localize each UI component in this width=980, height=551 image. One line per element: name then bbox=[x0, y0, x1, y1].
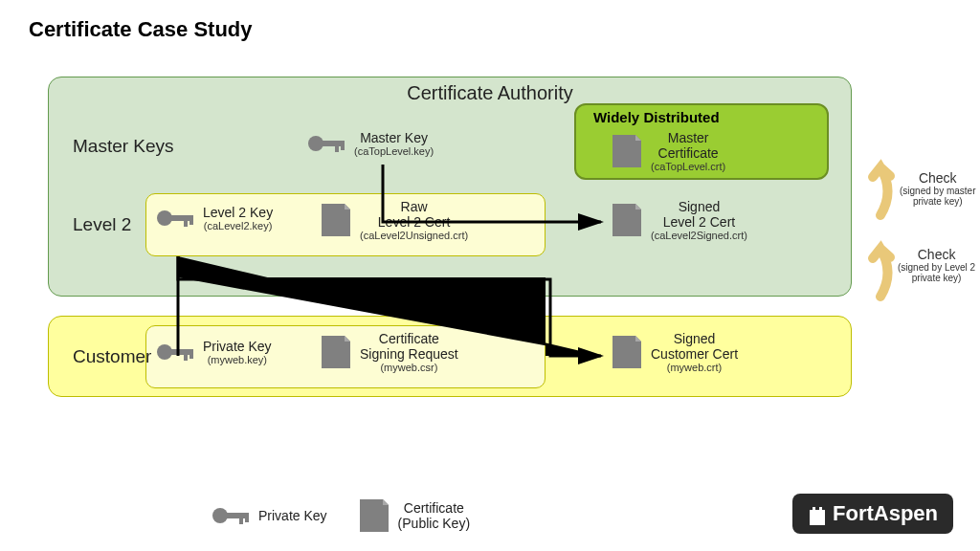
cust-priv-name: Private Key bbox=[203, 339, 272, 354]
key-icon bbox=[211, 503, 253, 528]
l2-raw-name: Raw Level 2 Cert bbox=[360, 199, 468, 230]
l2-raw-file: (caLevel2Unsigned.crt) bbox=[360, 230, 468, 242]
brand-logo: FortAspen bbox=[792, 494, 953, 534]
cust-signed-item: Signed Customer Cert (myweb.crt) bbox=[609, 331, 738, 374]
legend-cert: Certificate (Public Key) bbox=[356, 497, 470, 534]
certificate-icon bbox=[609, 202, 645, 238]
master-cert-item: Master Certificate (caTopLevel.crt) bbox=[609, 130, 725, 173]
l2-key-file: (caLevel2.key) bbox=[203, 220, 273, 232]
l2-key-name: Level 2 Key bbox=[203, 205, 273, 220]
ca-title: Certificate Authority bbox=[88, 82, 892, 104]
cust-csr-file: (myweb.csr) bbox=[360, 362, 458, 374]
svg-point-0 bbox=[308, 136, 323, 151]
cust-priv-file: (myweb.key) bbox=[203, 354, 272, 366]
l2-signed-text: Signed Level 2 Cert (caLevel2Signed.crt) bbox=[651, 199, 747, 242]
svg-rect-11 bbox=[189, 349, 193, 359]
widely-distributed-title: Widely Distributed bbox=[593, 109, 720, 125]
certificate-icon bbox=[356, 497, 392, 534]
master-cert-name: Master Certificate bbox=[651, 130, 725, 161]
check-2-label: Check bbox=[898, 247, 975, 262]
castle-icon bbox=[808, 502, 827, 525]
l2-signed-item: Signed Level 2 Cert (caLevel2Signed.crt) bbox=[609, 199, 747, 242]
certificate-icon bbox=[318, 202, 354, 238]
svg-rect-3 bbox=[341, 141, 345, 150]
check-1-label: Check bbox=[900, 170, 975, 186]
l2-raw-text: Raw Level 2 Cert (caLevel2Unsigned.crt) bbox=[360, 199, 468, 242]
check-2: Check (signed by Level 2 private key) bbox=[898, 247, 975, 283]
cust-priv-item: Private Key (myweb.key) bbox=[155, 339, 272, 366]
cust-signed-text: Signed Customer Cert (myweb.crt) bbox=[651, 331, 738, 374]
l2-signed-name: Signed Level 2 Cert bbox=[651, 199, 747, 230]
l2-raw-item: Raw Level 2 Cert (caLevel2Unsigned.crt) bbox=[318, 199, 468, 242]
cust-signed-file: (myweb.crt) bbox=[651, 362, 738, 374]
svg-rect-10 bbox=[184, 349, 188, 361]
legend-key-label: Private Key bbox=[258, 508, 327, 523]
level2-label: Level 2 bbox=[73, 214, 131, 235]
cust-csr-name: Certificate Signing Request bbox=[360, 331, 458, 362]
master-key-name: Master Key bbox=[354, 130, 434, 145]
master-key-file: (caTopLevel.key) bbox=[354, 145, 434, 158]
cust-csr-text: Certificate Signing Request (myweb.csr) bbox=[360, 331, 458, 374]
check-1-sub: (signed by master private key) bbox=[900, 186, 975, 207]
certificate-icon bbox=[609, 133, 645, 169]
customer-label: Customer bbox=[73, 346, 151, 367]
l2-key-text: Level 2 Key (caLevel2.key) bbox=[203, 205, 273, 232]
l2-signed-file: (caLevel2Signed.crt) bbox=[651, 230, 747, 242]
certificate-icon bbox=[609, 334, 645, 370]
key-icon bbox=[306, 131, 348, 156]
check-2-sub: (signed by Level 2 private key) bbox=[898, 262, 975, 283]
svg-point-12 bbox=[212, 508, 228, 523]
svg-rect-6 bbox=[184, 215, 188, 227]
master-key-item: Master Key (caTopLevel.key) bbox=[306, 130, 434, 158]
cust-csr-item: Certificate Signing Request (myweb.csr) bbox=[318, 331, 458, 374]
legend-key: Private Key bbox=[211, 503, 327, 528]
key-icon bbox=[155, 206, 197, 231]
svg-point-8 bbox=[157, 344, 172, 360]
certificate-icon bbox=[318, 334, 354, 370]
cust-priv-text: Private Key (myweb.key) bbox=[203, 339, 272, 366]
svg-rect-15 bbox=[245, 513, 249, 522]
legend-cert-label: Certificate (Public Key) bbox=[398, 500, 470, 531]
check-arrow-2 bbox=[861, 244, 900, 301]
svg-point-4 bbox=[157, 210, 172, 226]
l2-key-item: Level 2 Key (caLevel2.key) bbox=[155, 205, 273, 232]
master-cert-text: Master Certificate (caTopLevel.crt) bbox=[651, 130, 725, 173]
master-keys-label: Master Keys bbox=[73, 136, 174, 157]
legend: Private Key Certificate (Public Key) bbox=[211, 497, 470, 534]
svg-rect-2 bbox=[335, 141, 339, 152]
key-icon bbox=[155, 340, 197, 364]
check-arrow-1 bbox=[861, 163, 900, 220]
cust-signed-name: Signed Customer Cert bbox=[651, 331, 738, 362]
svg-rect-7 bbox=[189, 215, 193, 225]
brand-name: FortAspen bbox=[833, 501, 938, 526]
page-title: Certificate Case Study bbox=[29, 17, 253, 42]
check-1: Check (signed by master private key) bbox=[900, 170, 975, 207]
master-cert-file: (caTopLevel.crt) bbox=[651, 161, 725, 173]
master-key-text: Master Key (caTopLevel.key) bbox=[354, 130, 434, 158]
svg-rect-14 bbox=[239, 513, 243, 524]
